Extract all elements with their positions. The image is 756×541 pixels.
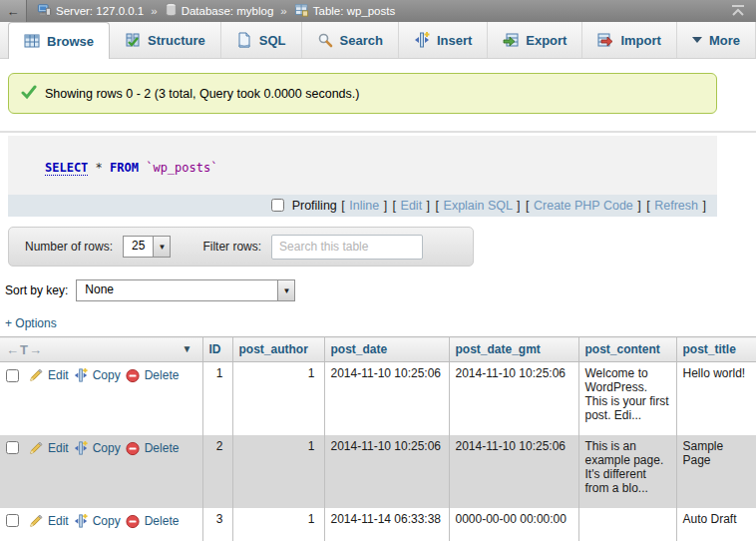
profiling-checkbox[interactable]: [271, 199, 284, 212]
column-nav-arrows[interactable]: ←T→: [6, 342, 43, 357]
row-checkbox[interactable]: [6, 369, 19, 382]
breadcrumb-server-label: Server: 127.0.0.1: [56, 5, 144, 17]
breadcrumb-database[interactable]: Database: myblog: [165, 3, 274, 19]
edit-query-link[interactable]: Edit: [401, 199, 423, 213]
breadcrumb-bar: ← Server: 127.0.0.1 » Database: myblog »…: [0, 0, 756, 22]
number-of-rows-label: Number of rows:: [25, 240, 113, 254]
bracket: [: [526, 199, 529, 213]
cell-id[interactable]: 1: [202, 362, 232, 435]
tab-browse[interactable]: Browse: [8, 22, 110, 59]
sql-icon: [236, 32, 252, 48]
column-header-post-content[interactable]: post_content: [578, 337, 676, 362]
bracket: ]: [703, 199, 706, 213]
collapse-menubar-icon[interactable]: [730, 4, 746, 19]
edit-row-link[interactable]: Edit: [48, 441, 69, 455]
explain-sql-link[interactable]: Explain SQL: [444, 199, 513, 213]
bracket: [: [393, 199, 396, 213]
cell-id[interactable]: 2: [202, 435, 232, 508]
table-icon: [294, 3, 309, 19]
bracket: ]: [427, 199, 430, 213]
breadcrumb: Server: 127.0.0.1 » Database: myblog » T…: [37, 3, 395, 19]
export-icon: [503, 32, 519, 48]
column-header-post-author[interactable]: post_author: [232, 337, 324, 362]
cell-post-date[interactable]: 2014-11-10 10:25:06: [324, 435, 449, 508]
cell-post-author[interactable]: 1: [232, 435, 324, 508]
row-actions: Edit Copy Delete: [6, 366, 196, 382]
cell-post-content[interactable]: Welcome to WordPress. This is your first…: [578, 362, 676, 435]
number-of-rows-value: 25: [124, 237, 153, 257]
column-header-post-date[interactable]: post_date: [324, 337, 449, 362]
dropdown-arrow-icon: ▼: [277, 280, 294, 300]
create-php-code-link[interactable]: Create PHP Code: [534, 199, 633, 213]
pencil-icon: [29, 514, 43, 528]
cell-post-title[interactable]: Auto Draft: [676, 508, 756, 541]
breadcrumb-server[interactable]: Server: 127.0.0.1: [37, 3, 144, 19]
results-table: ←T→ ▼ ID post_author post_date post_date…: [0, 336, 756, 541]
sort-by-key-select[interactable]: None ▼: [76, 279, 295, 301]
tab-import[interactable]: Import: [582, 22, 676, 58]
column-header-id[interactable]: ID: [202, 337, 232, 362]
table-row: Edit Copy Delete 2 1 2014-11-10 10:25:06…: [0, 435, 756, 508]
sql-star: *: [88, 161, 110, 175]
column-header-post-title[interactable]: post_title: [676, 337, 756, 362]
inline-link[interactable]: Inline: [349, 199, 379, 213]
sort-by-key-value: None: [77, 280, 122, 300]
bracket: [: [341, 199, 344, 213]
refresh-link[interactable]: Refresh: [654, 199, 698, 213]
cell-post-content[interactable]: This is an example page. It's different …: [578, 435, 676, 508]
back-button[interactable]: ←: [0, 0, 27, 22]
structure-icon: [125, 32, 141, 48]
bracket: [: [436, 199, 439, 213]
cell-post-date[interactable]: 2014-11-10 10:25:06: [324, 362, 449, 435]
tab-structure[interactable]: Structure: [110, 22, 221, 58]
cell-post-date-gmt[interactable]: 0000-00-00 00:00:00: [449, 508, 578, 541]
tab-insert[interactable]: Insert: [399, 22, 488, 58]
breadcrumb-separator: »: [280, 5, 286, 17]
row-checkbox[interactable]: [6, 514, 19, 527]
back-arrow-icon: ←: [7, 4, 20, 19]
delete-icon: [126, 514, 140, 528]
filter-rows-input[interactable]: [271, 235, 423, 260]
delete-row-link[interactable]: Delete: [145, 368, 180, 382]
edit-row-link[interactable]: Edit: [48, 514, 69, 528]
copy-row-link[interactable]: Copy: [93, 514, 121, 528]
header-actions-cell: ←T→ ▼: [0, 337, 202, 362]
column-header-post-date-gmt[interactable]: post_date_gmt: [449, 337, 578, 362]
options-toggle-link[interactable]: + Options: [5, 316, 57, 330]
browse-icon: [24, 33, 40, 49]
edit-row-link[interactable]: Edit: [48, 368, 69, 382]
cell-id[interactable]: 3: [202, 508, 232, 541]
delete-icon: [126, 368, 140, 382]
tab-sql-label: SQL: [259, 33, 286, 48]
tab-search[interactable]: Search: [302, 22, 399, 58]
delete-row-link[interactable]: Delete: [145, 441, 180, 455]
cell-post-title[interactable]: Hello world!: [676, 362, 756, 435]
bracket: ]: [384, 199, 387, 213]
breadcrumb-table[interactable]: Table: wp_posts: [294, 3, 395, 19]
tab-export[interactable]: Export: [488, 22, 582, 58]
copy-row-link[interactable]: Copy: [93, 441, 121, 455]
tab-more[interactable]: More: [677, 22, 756, 58]
delete-row-link[interactable]: Delete: [145, 514, 180, 528]
cell-post-content[interactable]: [578, 508, 676, 541]
sort-options-icon[interactable]: ▼: [183, 343, 192, 354]
cell-post-date-gmt[interactable]: 2014-11-10 10:25:06: [449, 362, 578, 435]
cell-post-author[interactable]: 1: [232, 508, 324, 541]
profiling-label: Profiling: [292, 199, 337, 213]
cell-post-date[interactable]: 2014-11-14 06:33:38: [324, 508, 449, 541]
sql-keyword-from: FROM: [110, 161, 139, 175]
number-of-rows-select[interactable]: 25 ▼: [123, 236, 171, 258]
row-checkbox[interactable]: [6, 441, 19, 454]
cell-post-title[interactable]: Sample Page: [676, 435, 756, 508]
table-row: Edit Copy Delete 1 1 2014-11-10 10:25:06…: [0, 362, 756, 435]
sql-query-box: SELECT * FROM `wp_posts` Profiling [ Inl…: [8, 136, 717, 217]
pencil-icon: [29, 441, 43, 455]
copy-row-link[interactable]: Copy: [93, 368, 121, 382]
pencil-icon: [29, 368, 43, 382]
cell-post-date-gmt[interactable]: 2014-11-10 10:25:06: [449, 435, 578, 508]
cell-post-author[interactable]: 1: [232, 362, 324, 435]
sql-keyword-select[interactable]: SELECT: [45, 161, 88, 176]
filter-rows-label: Filter rows:: [202, 240, 261, 254]
tab-sql[interactable]: SQL: [221, 22, 302, 58]
breadcrumb-database-label: Database: myblog: [182, 5, 274, 17]
